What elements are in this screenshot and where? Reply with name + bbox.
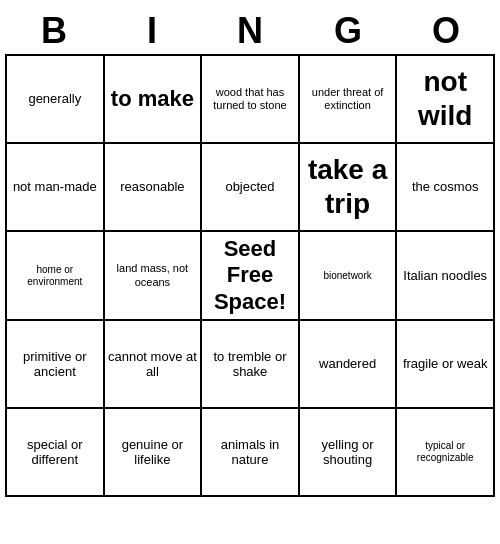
bingo-cell[interactable]: the cosmos [397,144,495,232]
bingo-cell[interactable]: Seed Free Space! [202,232,300,321]
header-letter: G [299,8,397,54]
bingo-cell[interactable]: yelling or shouting [300,409,398,497]
bingo-cell[interactable]: Italian noodles [397,232,495,321]
bingo-cell[interactable]: wandered [300,321,398,409]
bingo-cell[interactable]: to make [105,56,203,144]
bingo-cell[interactable]: typical or recognizable [397,409,495,497]
bingo-cell[interactable]: land mass, not oceans [105,232,203,321]
header-letter: B [5,8,103,54]
bingo-cell[interactable]: reasonable [105,144,203,232]
bingo-header: BINGO [5,8,495,54]
header-letter: O [397,8,495,54]
bingo-cell[interactable]: animals in nature [202,409,300,497]
bingo-cell[interactable]: generally [7,56,105,144]
bingo-cell[interactable]: home or environment [7,232,105,321]
bingo-cell[interactable]: not man-made [7,144,105,232]
bingo-cell[interactable]: bionetwork [300,232,398,321]
bingo-cell[interactable]: to tremble or shake [202,321,300,409]
bingo-cell[interactable]: special or different [7,409,105,497]
bingo-card: BINGO generallyto makewood that has turn… [5,8,495,497]
bingo-cell[interactable]: primitive or ancient [7,321,105,409]
bingo-cell[interactable]: genuine or lifelike [105,409,203,497]
bingo-cell[interactable]: not wild [397,56,495,144]
bingo-cell[interactable]: fragile or weak [397,321,495,409]
bingo-cell[interactable]: under threat of extinction [300,56,398,144]
header-letter: N [201,8,299,54]
bingo-grid: generallyto makewood that has turned to … [5,54,495,497]
bingo-cell[interactable]: cannot move at all [105,321,203,409]
header-letter: I [103,8,201,54]
bingo-cell[interactable]: wood that has turned to stone [202,56,300,144]
bingo-cell[interactable]: objected [202,144,300,232]
bingo-cell[interactable]: take a trip [300,144,398,232]
